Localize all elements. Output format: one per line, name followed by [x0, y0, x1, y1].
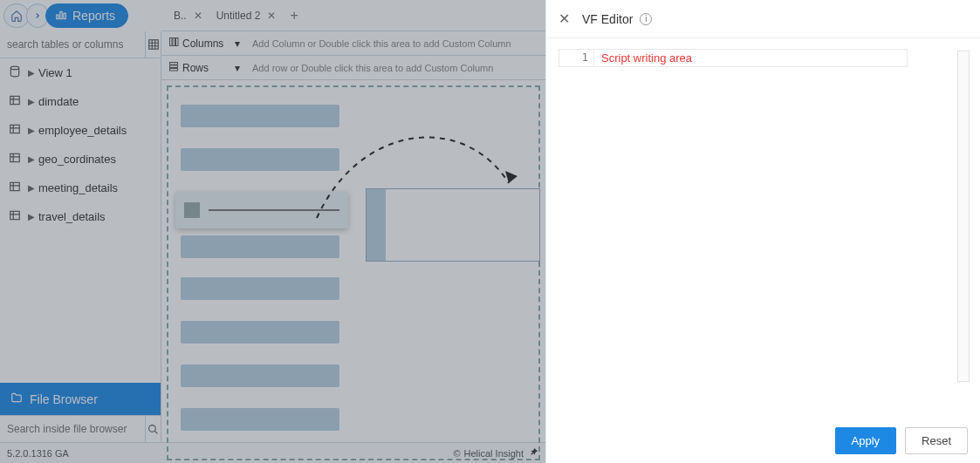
- sidebar: ▶ View 1 ▶ dimdate ▶ employee_details ▶ …: [0, 31, 161, 442]
- dragged-item[interactable]: [175, 192, 348, 228]
- tables-tree: ▶ View 1 ▶ dimdate ▶ employee_details ▶ …: [0, 58, 161, 383]
- caret-icon: ▶: [28, 68, 35, 78]
- caret-icon: ▶: [28, 154, 35, 164]
- svg-rect-11: [170, 38, 173, 46]
- columns-hint: Add Column or Double click this area to …: [249, 38, 545, 49]
- drop-target[interactable]: [366, 188, 540, 262]
- reports-label: Reports: [72, 9, 115, 23]
- tree-label: employee_details: [38, 124, 127, 137]
- vf-editor-drawer: ✕ VF Editor i 1 Script writing area Appl…: [545, 0, 980, 463]
- rows-config-row[interactable]: Rows ▾ Add row or Double click this area…: [161, 56, 545, 80]
- tree-item-travel[interactable]: ▶ travel_details: [0, 202, 161, 231]
- add-tab-button[interactable]: +: [283, 8, 305, 24]
- reset-button[interactable]: Reset: [905, 427, 968, 454]
- script-placeholder: Script writing area: [594, 50, 907, 66]
- table-icon: [9, 123, 23, 138]
- table-icon: [9, 209, 23, 224]
- rows-label: Rows: [182, 62, 209, 74]
- svg-rect-8: [10, 182, 20, 190]
- svg-rect-12: [173, 38, 175, 46]
- tab-label: Untitled 2: [216, 10, 261, 22]
- caret-icon: ▶: [28, 97, 35, 106]
- drag-line-icon: [209, 209, 339, 211]
- report-canvas: B.. ✕ Untitled 2 ✕ + Columns ▾ Add Colum…: [161, 0, 545, 442]
- drawer-footer: Apply Reset: [546, 419, 980, 463]
- breadcrumb: Reports: [0, 0, 128, 31]
- svg-rect-14: [170, 63, 178, 65]
- db-icon: [9, 65, 23, 80]
- file-browser-search-input[interactable]: [0, 416, 145, 442]
- svg-rect-13: [176, 38, 179, 46]
- line-number: 1: [582, 51, 588, 64]
- svg-rect-3: [148, 40, 158, 50]
- tree-item-geo[interactable]: ▶ geo_cordinates: [0, 145, 161, 174]
- tree-label: travel_details: [38, 210, 106, 223]
- tab-2[interactable]: Untitled 2 ✕: [209, 0, 284, 31]
- chevron-down-icon[interactable]: ▾: [235, 62, 249, 74]
- editor-scrollbar[interactable]: [957, 51, 970, 382]
- chevron-down-icon[interactable]: ▾: [235, 37, 249, 50]
- drawer-header: ✕ VF Editor i: [546, 0, 980, 38]
- toggle-grid-button[interactable]: [145, 31, 161, 58]
- tree-item-view1[interactable]: ▶ View 1: [0, 58, 161, 87]
- svg-rect-15: [170, 65, 178, 68]
- tree-label: geo_cordinates: [38, 153, 116, 166]
- tab-label: B..: [174, 10, 187, 22]
- info-icon[interactable]: i: [640, 13, 652, 25]
- home-icon: [10, 10, 23, 22]
- close-drawer-button[interactable]: ✕: [559, 10, 570, 27]
- version-label: 5.2.0.1316 GA: [7, 448, 69, 459]
- tree-item-dimdate[interactable]: ▶ dimdate: [0, 87, 161, 116]
- columns-label: Columns: [182, 37, 223, 50]
- file-browser-search-button[interactable]: [145, 416, 161, 442]
- tree-label: View 1: [38, 66, 72, 79]
- placeholder-bar: [181, 277, 339, 300]
- close-icon[interactable]: ✕: [267, 10, 276, 22]
- placeholder-bar: [181, 408, 339, 431]
- reports-crumb[interactable]: Reports: [45, 3, 128, 28]
- rows-hint: Add row or Double click this area to add…: [249, 63, 545, 73]
- close-icon[interactable]: ✕: [194, 10, 202, 22]
- file-browser-header[interactable]: File Browser: [0, 383, 161, 415]
- tree-item-meeting[interactable]: ▶ meeting_details: [0, 174, 161, 202]
- file-browser-label: File Browser: [30, 392, 98, 406]
- placeholder-bar: [181, 364, 339, 387]
- table-icon: [9, 152, 23, 167]
- placeholder-bar: [181, 321, 339, 344]
- table-icon: [9, 180, 23, 195]
- line-gutter: 1: [559, 50, 594, 66]
- apply-button[interactable]: Apply: [835, 427, 897, 454]
- svg-point-10: [149, 425, 156, 432]
- svg-rect-0: [57, 15, 58, 19]
- columns-config-row[interactable]: Columns ▾ Add Column or Double click thi…: [161, 31, 545, 56]
- tab-bar: B.. ✕ Untitled 2 ✕ +: [161, 0, 545, 31]
- drag-thumb-icon: [184, 202, 200, 218]
- design-drop-area[interactable]: [167, 85, 540, 460]
- svg-rect-2: [64, 13, 65, 18]
- rows-label-area: Rows: [161, 61, 235, 74]
- placeholder-bar: [181, 105, 339, 127]
- table-icon: [9, 94, 23, 109]
- svg-rect-7: [10, 153, 20, 161]
- caret-icon: ▶: [28, 126, 35, 135]
- placeholder-bar: [181, 235, 339, 258]
- rows-icon: [168, 61, 179, 74]
- tab-1[interactable]: B.. ✕: [167, 0, 209, 31]
- svg-rect-9: [10, 211, 20, 219]
- columns-label-area: Columns: [161, 37, 235, 50]
- svg-rect-1: [60, 11, 62, 18]
- svg-rect-6: [10, 125, 20, 133]
- svg-rect-5: [10, 96, 20, 104]
- caret-icon: ▶: [28, 212, 35, 221]
- file-browser-search-row: [0, 415, 161, 442]
- search-tables-input[interactable]: [0, 31, 145, 58]
- drop-highlight: [367, 189, 386, 261]
- caret-icon: ▶: [28, 183, 35, 193]
- chevron-right-icon: [33, 11, 42, 20]
- tree-item-employee[interactable]: ▶ employee_details: [0, 116, 161, 145]
- columns-icon: [168, 37, 179, 50]
- grid-icon: [147, 38, 160, 51]
- folder-icon: [10, 392, 23, 406]
- chart-icon: [55, 9, 67, 24]
- code-editor[interactable]: 1 Script writing area: [559, 49, 908, 67]
